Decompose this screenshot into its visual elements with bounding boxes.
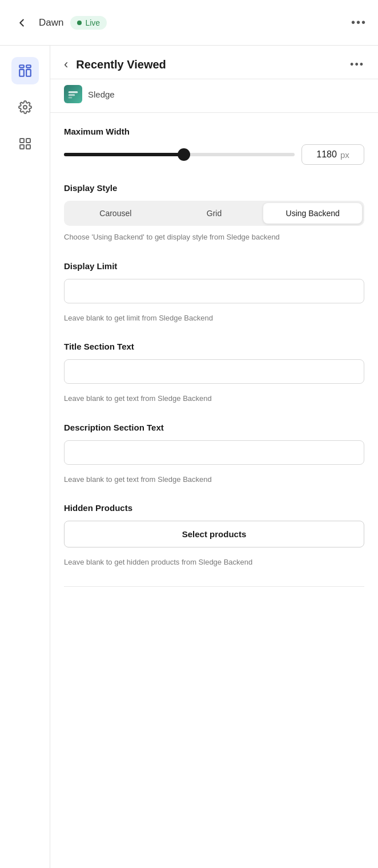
panel-title: Recently Viewed [76,58,344,71]
svg-point-4 [23,106,27,109]
top-bar: Dawn Live ••• [0,0,378,46]
svg-rect-2 [19,70,24,76]
svg-rect-10 [69,94,75,96]
description-section-input[interactable] [64,440,364,465]
display-limit-input[interactable] [64,279,364,303]
max-width-label: Maximum Width [64,127,364,136]
live-badge: Live [70,16,107,30]
svg-rect-5 [20,139,24,143]
display-style-label: Display Style [64,183,364,193]
sledge-app-name: Sledge [88,90,115,99]
slider-track[interactable] [64,153,295,156]
slider-unit: px [340,150,349,160]
panel-more-button[interactable]: ••• [350,59,364,71]
slider-container: 1180 px [64,144,364,165]
svg-rect-1 [26,65,31,67]
title-section-input[interactable] [64,359,364,384]
svg-rect-3 [26,70,31,76]
back-button[interactable] [11,13,32,33]
style-btn-using-backend[interactable]: Using Backend [263,203,362,224]
display-style-buttons: Carousel Grid Using Backend [64,201,364,226]
svg-rect-9 [69,91,78,93]
slider-fill [64,153,184,156]
settings-body: Maximum Width 1180 px Display Style Car [50,113,378,614]
svg-rect-6 [26,139,30,143]
hidden-products-section: Hidden Products Select products Leave bl… [64,503,364,568]
style-btn-carousel[interactable]: Carousel [66,203,165,224]
svg-rect-11 [69,97,73,99]
topbar-more-button[interactable]: ••• [351,16,367,29]
sidebar-item-apps[interactable] [11,130,39,157]
description-section-label: Description Section Text [64,423,364,432]
title-section-section: Title Section Text Leave blank to get te… [64,342,364,404]
select-products-button[interactable]: Select products [64,521,364,547]
svg-rect-0 [19,65,24,67]
display-limit-helper: Leave blank to get limit from Sledge Bac… [64,313,364,324]
title-section-label: Title Section Text [64,342,364,351]
description-section-helper: Leave blank to get text from Sledge Back… [64,474,364,485]
display-style-helper: Choose 'Using Backend' to get display st… [64,232,364,243]
hidden-products-label: Hidden Products [64,503,364,513]
main-content: ‹ Recently Viewed ••• Sledge Maximum Wid… [50,46,378,868]
sidebar [0,46,50,868]
sidebar-item-settings[interactable] [11,94,39,121]
live-label: Live [85,18,100,27]
sledge-logo [64,85,82,103]
store-name: Dawn [39,17,63,29]
sledge-row: Sledge [50,79,378,113]
bottom-divider [64,586,364,587]
max-width-section: Maximum Width 1180 px [64,127,364,165]
slider-value-box: 1180 px [301,144,364,165]
svg-rect-7 [20,145,24,149]
description-section-section: Description Section Text Leave blank to … [64,423,364,485]
hidden-products-helper: Leave blank to get hidden products from … [64,557,364,568]
panel-back-button[interactable]: ‹ [64,57,68,72]
display-limit-label: Display Limit [64,261,364,271]
slider-thumb[interactable] [178,148,190,161]
sidebar-item-layout[interactable] [11,57,39,84]
display-limit-section: Display Limit Leave blank to get limit f… [64,261,364,324]
display-style-section: Display Style Carousel Grid Using Backen… [64,183,364,243]
svg-rect-8 [26,145,30,149]
title-section-helper: Leave blank to get text from Sledge Back… [64,393,364,404]
live-dot [77,21,82,25]
style-btn-grid[interactable]: Grid [165,203,264,224]
slider-value: 1180 [316,149,337,160]
panel-header: ‹ Recently Viewed ••• [50,46,378,79]
